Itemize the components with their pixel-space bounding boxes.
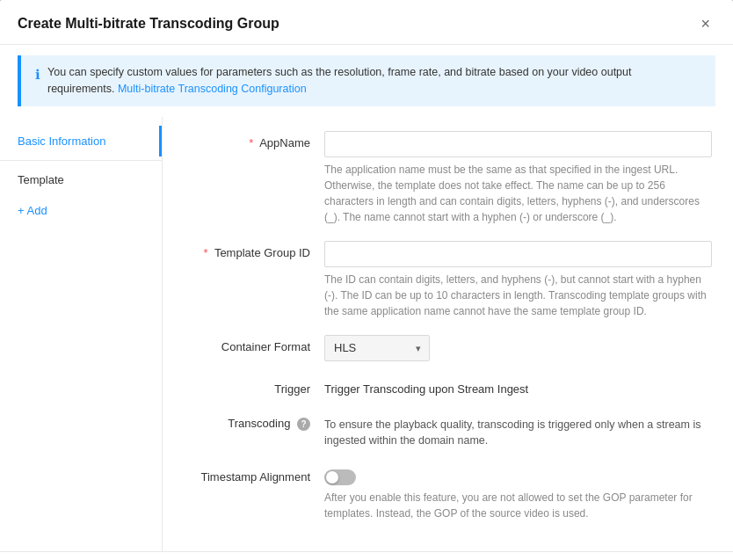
template-group-id-hint: The ID can contain digits, letters, and … (324, 272, 712, 319)
form-row-container-format: Container Format HLS FLV MP4 ▾ (184, 335, 712, 361)
transcoding-field: To ensure the playback quality, transcod… (324, 411, 712, 450)
appname-field: The application name must be the same as… (324, 131, 712, 225)
dialog: Create Multi-bitrate Transcoding Group ×… (0, 0, 733, 560)
sidebar: Basic Information Template + Add (0, 117, 163, 552)
info-banner: ℹ You can specify custom values for para… (18, 55, 715, 106)
info-icon: ℹ (35, 65, 40, 85)
form-row-transcoding: Transcoding ? To ensure the playback qua… (184, 411, 712, 450)
container-format-select-wrap: HLS FLV MP4 ▾ (324, 335, 430, 361)
timestamp-alignment-label: Timestamp Alignment (184, 465, 324, 484)
transcoding-help-icon[interactable]: ? (297, 418, 310, 431)
template-group-id-label: * Template Group ID (184, 241, 324, 259)
toggle-knob (326, 471, 338, 484)
timestamp-alignment-hint: After you enable this feature, you are n… (324, 490, 712, 521)
dialog-footer: OK Cancel (0, 551, 733, 560)
form-row-template-group-id: * Template Group ID The ID can contain d… (184, 241, 712, 319)
trigger-label: Trigger (184, 377, 324, 396)
container-format-label: Container Format (184, 335, 324, 353)
info-link[interactable]: Multi-bitrate Transcoding Configuration (118, 83, 307, 95)
appname-label: * AppName (184, 131, 324, 149)
form-row-appname: * AppName The application name must be t… (184, 131, 712, 225)
required-mark: * (249, 136, 253, 149)
appname-hint: The application name must be the same as… (324, 162, 712, 225)
appname-input[interactable] (324, 131, 712, 157)
info-text: You can specify custom values for parame… (47, 64, 701, 98)
trigger-value: Trigger Transcoding upon Stream Ingest (324, 377, 712, 396)
timestamp-alignment-toggle[interactable] (324, 469, 356, 485)
dialog-body: Basic Information Template + Add * AppNa… (0, 117, 733, 552)
template-group-id-input[interactable] (324, 241, 712, 267)
form-row-trigger: Trigger Trigger Transcoding upon Stream … (184, 377, 712, 396)
container-format-select[interactable]: HLS FLV MP4 (324, 335, 430, 361)
required-mark-2: * (203, 246, 207, 259)
sidebar-item-basic-information[interactable]: Basic Information (0, 126, 162, 156)
sidebar-item-template[interactable]: Template (0, 164, 162, 195)
form-content: * AppName The application name must be t… (163, 117, 733, 552)
dialog-header: Create Multi-bitrate Transcoding Group × (0, 0, 733, 45)
dialog-title: Create Multi-bitrate Transcoding Group (18, 16, 279, 32)
trigger-field: Trigger Transcoding upon Stream Ingest (324, 377, 712, 396)
form-row-timestamp-alignment: Timestamp Alignment After you enable thi… (184, 465, 712, 521)
sidebar-add-button[interactable]: + Add (0, 195, 162, 226)
timestamp-alignment-field: After you enable this feature, you are n… (324, 465, 712, 521)
close-button[interactable]: × (695, 14, 715, 33)
container-format-field: HLS FLV MP4 ▾ (324, 335, 712, 361)
sidebar-divider (0, 160, 162, 161)
transcoding-label: Transcoding ? (184, 411, 324, 431)
transcoding-desc: To ensure the playback quality, transcod… (324, 411, 712, 450)
timestamp-alignment-toggle-wrap (324, 465, 712, 485)
template-group-id-field: The ID can contain digits, letters, and … (324, 241, 712, 319)
